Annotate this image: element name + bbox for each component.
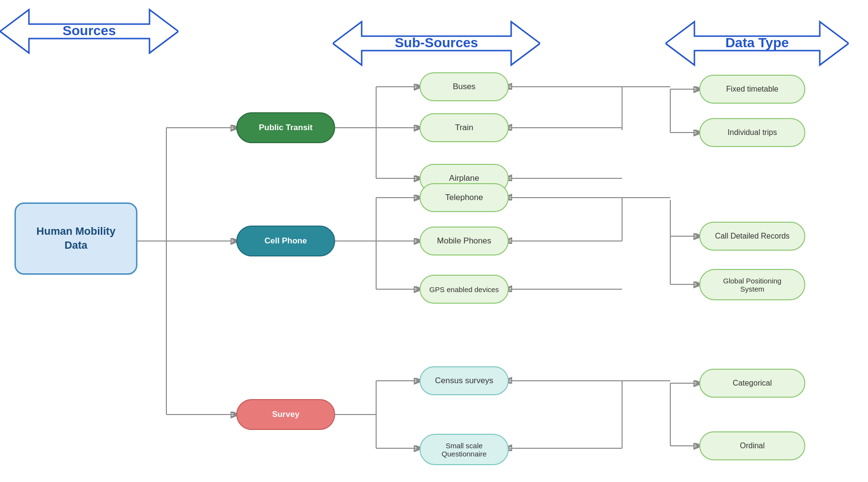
data-type-label: Data Type [725,35,789,50]
sources-header: Sources [0,0,178,63]
sources-arrow-svg: Sources [0,2,178,60]
mobile-phones-node: Mobile Phones [420,227,509,255]
human-mobility-node: Human Mobility Data [14,202,137,275]
call-detailed-node: Call Detailed Records [699,222,805,251]
census-node: Census surveys [420,366,509,395]
ordinal-node: Ordinal [699,431,805,460]
ordinal-label: Ordinal [740,442,765,450]
gps-system-node: Global Positioning System [699,269,805,300]
public-transit-node: Public Transit [236,112,335,143]
diagram: Sources Sub-Sources Data Type Human Mobi… [0,0,868,482]
buses-label: Buses [453,82,475,92]
small-scale-label: Small scale Questionnaire [442,442,487,458]
categorical-label: Categorical [733,379,772,388]
cell-phone-node: Cell Phone [236,226,335,256]
telephone-label: Telephone [445,193,483,202]
small-scale-node: Small scale Questionnaire [420,434,509,465]
categorical-node: Categorical [699,369,805,398]
buses-node: Buses [420,72,509,101]
gps-system-label: Global Positioning System [723,277,782,293]
gps-devices-node: GPS enabled devices [420,275,509,304]
train-label: Train [455,123,473,133]
gps-devices-label: GPS enabled devices [429,285,499,294]
sub-sources-label: Sub-Sources [395,35,478,50]
public-transit-label: Public Transit [259,123,312,133]
call-detailed-label: Call Detailed Records [715,232,790,241]
sub-sources-header: Sub-Sources [333,10,540,77]
individual-trips-label: Individual trips [728,128,777,137]
sub-sources-arrow-svg: Sub-Sources [333,14,540,72]
cell-phone-label: Cell Phone [265,236,307,246]
airplane-label: Airplane [449,174,479,183]
census-label: Census surveys [435,376,493,386]
telephone-node: Telephone [420,183,509,212]
survey-label: Survey [272,410,299,419]
fixed-timetable-node: Fixed timetable [699,75,805,104]
individual-trips-node: Individual trips [699,118,805,147]
mobile-phones-label: Mobile Phones [437,236,491,246]
train-node: Train [420,113,509,142]
human-mobility-label: Human Mobility Data [37,225,116,252]
fixed-timetable-label: Fixed timetable [726,85,779,94]
sources-label: Sources [63,23,116,38]
data-type-header: Data Type [665,10,849,77]
survey-node: Survey [236,399,335,430]
data-type-arrow-svg: Data Type [665,14,849,72]
